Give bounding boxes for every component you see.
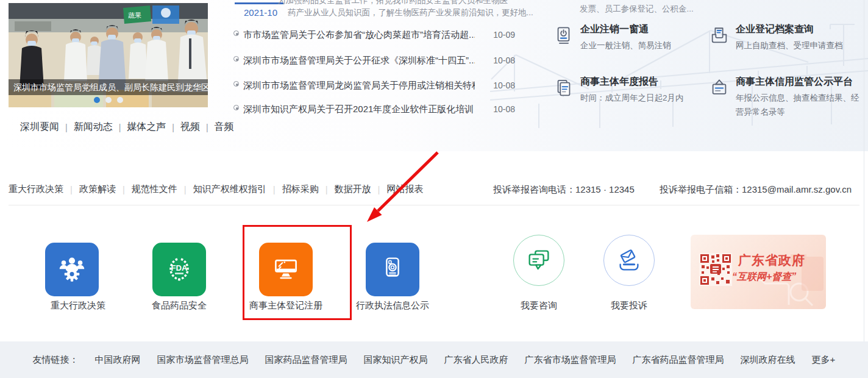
- news-item[interactable]: 市市场监管局关于公布参加省“放心肉菜超市”培育活动超... 10-09: [233, 29, 520, 41]
- fda-text: FDA: [171, 263, 188, 273]
- link-ip-rights-guide[interactable]: 知识产权维权指引: [193, 184, 266, 195]
- qr-code: [699, 253, 732, 286]
- footer: 友情链接： 中国政府网 国家市场监督管理总局 国家药品监督管理局 国家知识产权局…: [0, 341, 868, 378]
- complaint-button[interactable]: [603, 235, 655, 286]
- info-links-row: 重大行政决策| 政策解读| 规范性文件| 知识产权维权指引| 招标采购| 数据开…: [9, 184, 423, 195]
- nav-news-updates[interactable]: 新闻动态: [74, 121, 113, 134]
- link-policy-interpretation[interactable]: 政策解读: [79, 184, 116, 195]
- tile-label-business-registration[interactable]: 商事主体登记注册: [231, 300, 341, 312]
- news-item[interactable]: 深圳市市场监督管理局关于公开征求《深圳标准“十四五”... 10-08: [233, 55, 520, 67]
- nav-video[interactable]: 视频: [180, 121, 200, 134]
- footer-link-samr[interactable]: 国家市场监督管理总局: [157, 354, 249, 366]
- nav-shenzhen-news[interactable]: 深圳要闻: [20, 121, 59, 134]
- bullet-icon: [233, 105, 239, 110]
- link-site-report[interactable]: 网站报表: [386, 184, 423, 195]
- service-title: 企业登记档案查询: [736, 23, 814, 36]
- active-tab-underline: [235, 2, 283, 4]
- news-summary-clipped-text: 为加强药品安全监管工作，拓宽我市药品安全监管人员和生物医: [277, 0, 508, 5]
- complaint-email: 投诉举报电子信箱：12315@mail.amr.sz.gov.cn: [660, 184, 852, 196]
- nav-separator: |: [206, 123, 208, 132]
- footer-link-nmpa[interactable]: 国家药品监督管理局: [265, 354, 347, 366]
- ballot-envelope-icon: [615, 246, 643, 274]
- archive-search-icon: [709, 26, 730, 46]
- tile-label-major-decisions[interactable]: 重大行政决策: [23, 300, 133, 312]
- service-shortcuts: 发票、员工参保登记、公积金... 企业注销一窗通 企业一般注销、简易注销: [553, 0, 862, 151]
- complaint-label[interactable]: 我要投诉: [574, 300, 684, 312]
- news-item-date: 10-08: [493, 104, 515, 114]
- news-summary-clipped: 为加强药品安全监管工作，拓宽我市药品安全监管人员和生物医: [277, 0, 515, 5]
- news-item-title: 深圳市知识产权局关于召开2021年度企业软件正版化培训（...: [243, 104, 475, 115]
- tile-label-law-enforcement[interactable]: 行政执法信息公示: [338, 300, 447, 312]
- news-item-title: 深圳市市场监督管理局龙岗监管局关于停用或注销相关特种...: [243, 80, 475, 91]
- annual-report-icon: [553, 78, 574, 99]
- chat-bubbles-icon: [525, 246, 553, 274]
- friend-links-label: 友情链接：: [33, 354, 79, 366]
- news-item-title: 深圳市市场监督管理局关于公开征求《深圳标准“十四五”...: [243, 55, 475, 66]
- news-summary-line: 药产业从业人员知识面，了解生物医药产业发展前沿知识，更好地...: [288, 7, 519, 18]
- service-title: 商事主体年度报告: [580, 76, 658, 88]
- power-doc-icon: [553, 26, 574, 46]
- tile-major-decisions[interactable]: [45, 243, 99, 296]
- news-item[interactable]: 深圳市知识产权局关于召开2021年度企业软件正版化培训（... 10-08: [233, 104, 520, 116]
- news-item-title: 市市场监管局关于公布参加省“放心肉菜超市”培育活动超...: [243, 29, 475, 41]
- bullet-icon: [233, 30, 239, 36]
- complaint-email-label: 投诉举报电子信箱：: [660, 184, 742, 194]
- link-bidding[interactable]: 招标采购: [282, 184, 319, 195]
- tile-business-registration[interactable]: [259, 243, 313, 296]
- service-partial-line: 发票、员工参保登记、公积金...: [580, 4, 694, 15]
- complaint-phone: 投诉举报咨询电话：12315 · 12345: [493, 184, 635, 196]
- guangdong-supervision-banner[interactable]: 广东省政府 “互联网+督查”: [691, 235, 826, 309]
- banner-title: 广东省政府: [738, 252, 805, 269]
- bullet-icon: [233, 81, 239, 87]
- footer-link-gd-gov[interactable]: 广东省人民政府: [444, 354, 508, 366]
- complaint-email-value[interactable]: 12315@mail.amr.sz.gov.cn: [742, 184, 852, 194]
- footer-link-gov-cn[interactable]: 中国政府网: [95, 354, 141, 366]
- page-root: 蔬果: [0, 0, 868, 378]
- nav-audio[interactable]: 音频: [215, 121, 234, 134]
- carousel-dots: [94, 97, 123, 103]
- footer-link-sz-gov-online[interactable]: 深圳政府在线: [741, 354, 795, 366]
- service-desc: 企业一般注销、简易注销: [580, 38, 707, 52]
- news-item-date: 10-08: [493, 55, 515, 65]
- top-section: 蔬果: [0, 0, 868, 151]
- carousel-dot-2[interactable]: [105, 97, 112, 103]
- link-separator: |: [378, 184, 380, 194]
- link-major-decisions[interactable]: 重大行政决策: [9, 184, 63, 195]
- bullet-icon: [233, 56, 239, 62]
- link-separator: |: [326, 184, 328, 194]
- tile-food-drug-safety[interactable]: FDA: [152, 243, 206, 296]
- credit-board-icon: [709, 78, 730, 99]
- fda-wreath-icon: FDA: [162, 252, 196, 287]
- link-separator: |: [273, 184, 276, 194]
- news-item-date: 10-09: [493, 30, 515, 40]
- nav-media-voice[interactable]: 媒体之声: [127, 121, 166, 134]
- link-open-data[interactable]: 数据开放: [335, 184, 371, 195]
- link-separator: |: [184, 184, 187, 194]
- footer-link-cnipa[interactable]: 国家知识产权局: [364, 354, 428, 366]
- nav-separator: |: [65, 123, 68, 132]
- tile-label-food-drug-safety[interactable]: 食品药品安全: [124, 300, 234, 312]
- nav-separator: |: [172, 123, 174, 132]
- nav-separator: |: [119, 123, 121, 132]
- footer-link-gd-mpa[interactable]: 广东省药品监督管理局: [633, 354, 724, 366]
- news-carousel[interactable]: 蔬果: [9, 3, 208, 107]
- news-item[interactable]: 深圳市市场监督管理局龙岗监管局关于停用或注销相关特种... 10-08: [233, 80, 520, 92]
- news-list: 为加强药品安全监管工作，拓宽我市药品安全监管人员和生物医 2021-10 药产业…: [233, 0, 520, 151]
- link-separator: |: [123, 184, 125, 194]
- section-divider: [9, 205, 859, 205]
- carousel-dot-3[interactable]: [117, 97, 123, 103]
- footer-link-more[interactable]: 更多+: [812, 354, 836, 366]
- complaint-phone-label: 投诉举报咨询电话：: [493, 184, 575, 194]
- link-normative-documents[interactable]: 规范性文件: [132, 184, 177, 195]
- footer-link-gd-samr[interactable]: 广东省市场监督管理局: [525, 354, 616, 366]
- right-edge-divider: [864, 0, 864, 378]
- consult-button[interactable]: [513, 235, 564, 286]
- news-month-badge: 2021-10: [244, 7, 277, 18]
- tile-law-enforcement-disclosure[interactable]: [366, 243, 419, 296]
- service-title: 商事主体信用监管公示平台: [736, 76, 853, 88]
- complaint-phone-value: 12315 · 12345: [575, 184, 635, 194]
- news-item-date: 10-08: [493, 80, 515, 90]
- carousel-dot-1[interactable]: [94, 97, 100, 103]
- carousel-caption: 深圳市市场监管局党组成员、副局长陈建民到龙华区...: [9, 79, 208, 95]
- news-category-nav: 深圳要闻| 新闻动态| 媒体之声| 视频| 音频: [20, 121, 234, 134]
